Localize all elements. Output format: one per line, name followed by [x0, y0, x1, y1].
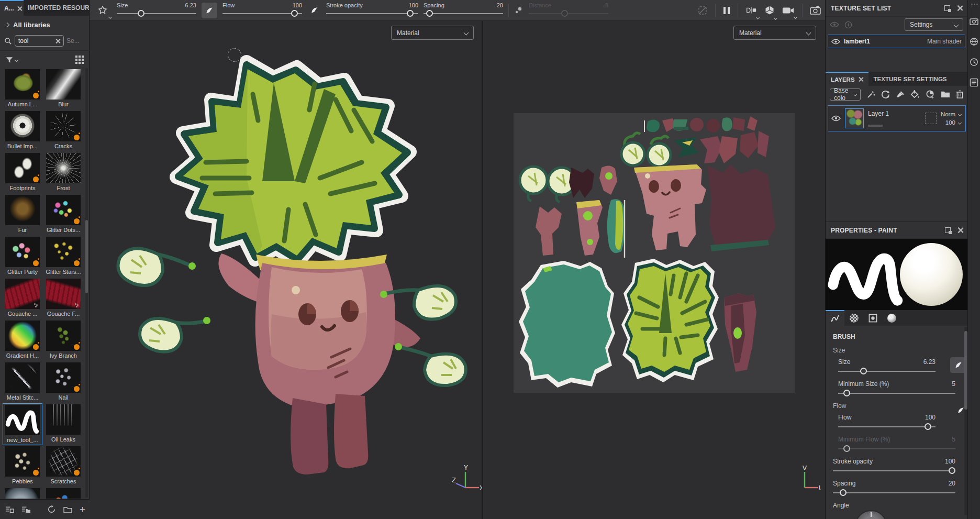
asset-thumbnail-oil[interactable]	[46, 404, 81, 435]
paint-layer-brush-icon[interactable]	[896, 90, 905, 99]
tab-stencil[interactable]	[863, 310, 882, 326]
asset-item[interactable]: Frost	[43, 152, 83, 194]
asset-thumbnail-fur[interactable]	[5, 195, 40, 225]
3d-material-mode-select[interactable]: Material	[391, 26, 474, 40]
eye-sync-icon[interactable]	[830, 21, 839, 28]
viewport-2d[interactable]: Material V U	[483, 21, 825, 519]
2d-material-mode-select[interactable]: Material	[733, 26, 816, 40]
log-icon[interactable]	[970, 78, 978, 87]
spacing-slider[interactable]	[833, 489, 955, 496]
tab-material[interactable]	[882, 310, 901, 326]
fill-bucket-icon[interactable]	[910, 90, 920, 99]
asset-item[interactable]: Glitter Dots...	[43, 194, 83, 236]
asset-item[interactable]: Glitter Stars...	[43, 236, 83, 278]
asset-thumbnail-sphere[interactable]	[5, 488, 40, 499]
asset-thumbnail-bullet[interactable]	[5, 111, 40, 141]
brush-tool-button[interactable]	[94, 2, 112, 19]
refresh-icon[interactable]	[47, 505, 56, 514]
close-icon[interactable]	[17, 6, 19, 11]
save-asset-list-icon[interactable]	[5, 506, 14, 513]
size-slider[interactable]	[838, 368, 936, 375]
layer-row[interactable]: Layer 1 Norm 100	[828, 105, 966, 131]
asset-item[interactable]: Blur	[43, 68, 83, 110]
asset-item[interactable]: Gouache F...	[43, 278, 83, 319]
asset-thumbnail-gouachef[interactable]	[46, 279, 81, 309]
folder-icon[interactable]	[941, 91, 950, 98]
layer-visibility-eye-icon[interactable]	[831, 115, 841, 122]
asset-item[interactable]: Fur	[3, 194, 42, 236]
layer-mask-slot[interactable]	[925, 113, 937, 124]
asset-item[interactable]: Oil Leaks	[43, 403, 83, 445]
delete-trash-icon[interactable]	[956, 90, 964, 98]
asset-item[interactable]: Scratches	[43, 445, 83, 487]
grid-view-icon[interactable]	[75, 56, 84, 64]
asset-thumbnail-squiggle[interactable]	[5, 405, 40, 435]
dock-grip[interactable]	[971, 3, 978, 6]
asset-item[interactable]: Gradient H...	[3, 319, 42, 361]
close-icon[interactable]	[859, 77, 863, 82]
asset-thumbnail-confetti[interactable]	[46, 488, 81, 499]
tab-assets[interactable]: A...	[0, 0, 24, 16]
blend-mode-dropdown[interactable]: Norm	[941, 111, 961, 117]
flow-falloff-button[interactable]	[307, 3, 321, 18]
add-asset-button[interactable]: +	[80, 504, 85, 515]
float-panel-icon[interactable]	[945, 227, 951, 233]
3d-view-icon[interactable]	[764, 5, 775, 16]
asset-item[interactable]: Ivy Branch	[43, 319, 83, 361]
viewport-3d[interactable]: Material Y X Z	[90, 21, 482, 519]
slider-knob[interactable]	[138, 10, 144, 17]
asset-thumbnail-gradient[interactable]	[5, 321, 40, 351]
texture-set-row[interactable]: lambert1 Main shader	[828, 35, 965, 48]
layer-name[interactable]: Layer 1	[868, 110, 921, 117]
search-input[interactable]: tool	[15, 35, 64, 47]
min-size-slider[interactable]	[838, 390, 955, 397]
slider-knob[interactable]	[291, 10, 298, 17]
asset-thumbnail-nail[interactable]	[46, 362, 81, 393]
tab-layers[interactable]: LAYERS	[826, 72, 868, 86]
new-folder-icon[interactable]	[63, 506, 72, 513]
asset-thumbnail-gdots[interactable]	[46, 195, 81, 225]
export-asset-list-icon[interactable]	[21, 506, 30, 513]
asset-item[interactable]: Metal Stitc...	[3, 361, 42, 403]
all-libraries-row[interactable]: All libraries	[5, 21, 50, 29]
asset-item[interactable]: Glitter Party	[3, 236, 42, 278]
slider-knob[interactable]	[860, 368, 867, 374]
tab-alpha[interactable]	[844, 310, 863, 326]
asset-item[interactable]: Bullet Imp...	[3, 110, 42, 152]
asset-thumbnail-blur[interactable]	[46, 69, 81, 100]
asset-thumbnail-gouache[interactable]	[5, 279, 40, 309]
close-panel-icon[interactable]	[957, 5, 963, 11]
deselect-lasso-icon[interactable]	[697, 5, 708, 16]
camera-view-icon[interactable]	[782, 6, 795, 15]
slider-knob[interactable]	[925, 423, 931, 430]
asset-thumbnail-ivy[interactable]	[46, 321, 81, 351]
filter-icon[interactable]	[5, 56, 18, 64]
toolbar-stroke-opacity-slider[interactable]: Stroke opacity100	[326, 2, 418, 19]
layer-thumbnail[interactable]	[845, 108, 864, 128]
tab-brush[interactable]	[826, 310, 844, 326]
toolbar-spacing-slider[interactable]: Spacing20	[424, 2, 503, 19]
slider-knob[interactable]	[426, 10, 433, 17]
toolbar-size-slider[interactable]: Size6.23	[117, 2, 196, 19]
tab-texture-set-settings[interactable]: TEXTURE SET SETTINGS	[868, 72, 968, 86]
close-panel-icon[interactable]	[957, 227, 963, 233]
display-settings-icon[interactable]	[970, 18, 978, 26]
asset-item[interactable]: Nail	[43, 361, 83, 403]
effects-icon[interactable]	[926, 90, 935, 99]
asset-item[interactable]: Cracks	[43, 110, 83, 152]
smart-material-wand-icon[interactable]	[866, 90, 875, 99]
slider-knob[interactable]	[843, 390, 850, 396]
asset-item[interactable]	[3, 487, 42, 499]
angle-dial[interactable]	[855, 510, 887, 519]
slider-knob[interactable]	[949, 467, 955, 474]
flow-slider[interactable]	[838, 423, 936, 430]
asset-thumbnail-gstars[interactable]	[46, 237, 81, 267]
asset-thumbnail-cracks[interactable]	[46, 111, 81, 141]
asset-thumbnail-pebbles[interactable]	[5, 446, 40, 477]
asset-item[interactable]: Gouache ...	[3, 278, 42, 319]
texture-set-settings-dropdown[interactable]: Settings	[905, 18, 963, 31]
asset-thumbnail-gparty[interactable]	[5, 237, 40, 267]
single-visibility-icon[interactable]	[844, 21, 852, 29]
asset-thumbnail-scratches[interactable]	[46, 446, 81, 477]
float-panel-icon[interactable]	[944, 5, 950, 11]
